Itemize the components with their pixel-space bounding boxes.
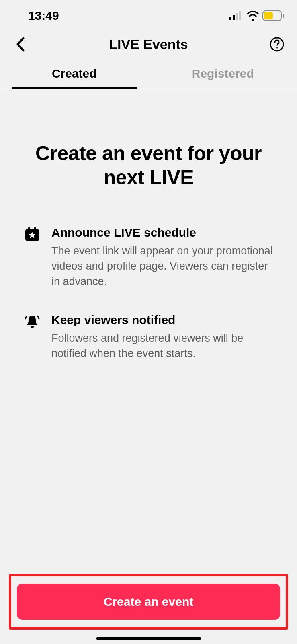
main-content: Create an event for your next LIVE Annou… [0,89,297,361]
chevron-left-icon [15,37,25,52]
create-event-button[interactable]: Create an event [17,584,280,620]
status-icons [229,10,285,21]
feature-notify-desc: Followers and registered viewers will be… [51,331,273,361]
feature-announce-text: Announce LIVE schedule The event link wi… [51,226,273,289]
feature-notify-title: Keep viewers notified [51,313,273,327]
svg-rect-5 [264,12,273,19]
feature-announce-desc: The event link will appear on your promo… [51,244,273,289]
wifi-icon [246,11,259,21]
svg-rect-10 [28,227,30,231]
feature-announce-title: Announce LIVE schedule [51,226,273,239]
feature-announce: Announce LIVE schedule The event link wi… [24,226,273,289]
svg-rect-11 [34,227,36,231]
highlighted-area: Create an event [9,574,288,630]
bell-icon [24,314,40,330]
footer: Create an event [9,574,288,630]
svg-rect-2 [236,13,238,20]
help-button[interactable] [269,36,285,52]
calendar-star-icon [24,227,40,243]
home-indicator[interactable] [96,637,201,640]
status-bar: 13:49 [0,0,297,28]
tab-created[interactable]: Created [0,60,149,89]
svg-point-8 [276,47,278,49]
back-button[interactable] [12,36,28,52]
headline: Create an event for your next LIVE [24,141,273,190]
svg-rect-6 [283,14,284,18]
question-circle-icon [269,37,285,52]
feature-notify-text: Keep viewers notified Followers and regi… [51,313,273,361]
nav-header: LIVE Events [0,28,297,60]
page-title: LIVE Events [109,37,188,52]
svg-rect-3 [239,11,241,20]
svg-rect-1 [233,15,235,20]
tabs: Created Registered [0,60,297,89]
signal-icon [229,11,243,20]
feature-notify: Keep viewers notified Followers and regi… [24,313,273,361]
status-time: 13:49 [28,9,59,23]
battery-icon [262,10,285,21]
tab-registered[interactable]: Registered [149,60,297,89]
svg-rect-0 [229,17,231,20]
